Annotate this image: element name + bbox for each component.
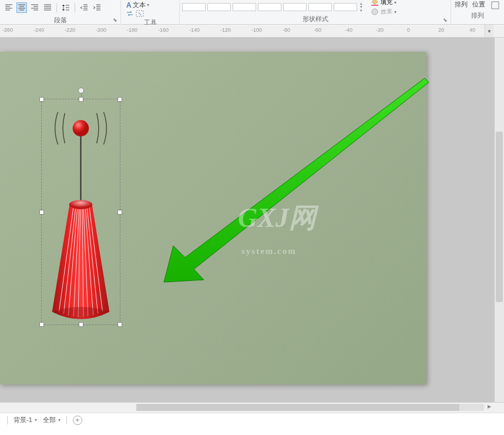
add-page-button[interactable]: + xyxy=(73,416,82,425)
paragraph-launcher-icon[interactable]: ⬊ xyxy=(113,17,119,23)
edit-icon xyxy=(490,0,500,11)
all-pages-label: 全部 xyxy=(43,416,56,424)
watermark-main: GXJ网 xyxy=(238,203,316,233)
svg-point-5 xyxy=(73,120,89,136)
ruler-scroll-icon[interactable]: ▼ xyxy=(485,25,493,38)
chevron-down-icon: ▾ xyxy=(58,417,61,423)
ruler-tick: -120 xyxy=(220,27,231,33)
selected-shape-antenna[interactable] xyxy=(41,99,120,325)
scroll-right-icon[interactable]: ▶ xyxy=(485,404,493,411)
shape-styles-group-label: 形状样式 xyxy=(180,14,451,24)
svg-rect-1 xyxy=(371,5,378,6)
chevron-down-icon: ▾ xyxy=(147,2,149,8)
watermark: GXJ网 system.com xyxy=(238,205,316,259)
ruler-tick: -100 xyxy=(251,27,262,33)
text-a-icon: A xyxy=(126,1,132,9)
separator xyxy=(7,416,8,424)
scrollbar-thumb[interactable] xyxy=(496,132,503,302)
ruler-tick: -200 xyxy=(96,27,106,33)
fill-bucket-icon xyxy=(371,0,379,6)
shape-preset[interactable] xyxy=(258,3,281,11)
shape-preset[interactable] xyxy=(207,3,231,11)
svg-point-16 xyxy=(69,200,92,209)
text-tool-label: 文本 xyxy=(133,1,146,9)
fill-button[interactable]: 填充 ▾ xyxy=(371,0,397,7)
indent-decrease-icon[interactable] xyxy=(79,2,89,13)
shape-preset[interactable] xyxy=(283,3,307,11)
chevron-down-icon: ▾ xyxy=(35,417,37,423)
select-icon[interactable] xyxy=(136,10,144,17)
ruler-tick: -20 xyxy=(376,27,384,33)
tools-group: A 文本 ▾ 工具 xyxy=(121,0,180,25)
background-tab[interactable]: 背景-1 ▾ xyxy=(14,416,37,424)
plus-icon: + xyxy=(75,416,79,424)
shape-styles-group: ▴ ▾ ▾ 填充 ▾ 效果 ▾ xyxy=(180,0,451,25)
canvas-workspace[interactable]: GXJ网 system.com xyxy=(0,38,504,402)
shape-style-gallery[interactable]: ▴ ▾ ▾ xyxy=(180,1,368,13)
antenna-tower-svg xyxy=(42,99,120,324)
ruler-tick: -180 xyxy=(127,27,137,33)
shape-styles-launcher-icon[interactable]: ⬊ xyxy=(443,17,449,23)
ruler-tick: -140 xyxy=(189,27,200,33)
vertical-scrollbar[interactable] xyxy=(495,38,504,402)
scrollbar-thumb[interactable] xyxy=(136,404,459,411)
separator xyxy=(66,416,67,424)
ruler-tick: 20 xyxy=(438,27,444,33)
ruler-tick: -40 xyxy=(345,27,352,33)
ruler-tick: -60 xyxy=(314,27,321,33)
horizontal-scrollbar-row: ▶ xyxy=(0,402,504,413)
arrange-position-label: 位置 xyxy=(472,0,485,9)
ribbon-toolbar: 段落 ⬊ A 文本 ▾ 工具 xyxy=(0,0,504,25)
fill-label: 填充 xyxy=(381,0,392,6)
horizontal-ruler: ▼ -260-240-220-200-180-160-140-120-100-8… xyxy=(0,25,504,38)
shape-preset[interactable] xyxy=(233,3,256,11)
all-pages-button[interactable]: 全部 ▾ xyxy=(43,416,61,424)
slide-canvas[interactable]: GXJ网 system.com xyxy=(0,52,426,384)
background-tab-label: 背景-1 xyxy=(14,416,32,424)
arrange-group-label: 排列 xyxy=(451,11,504,20)
align-center-icon[interactable] xyxy=(16,2,27,13)
align-left-icon[interactable] xyxy=(4,2,14,13)
ruler-tick: 0 xyxy=(407,27,410,33)
paragraph-group-label: 段落 xyxy=(0,15,120,25)
ruler-tick: -220 xyxy=(65,27,75,33)
watermark-sub: system.com xyxy=(241,246,297,256)
ruler-tick: -260 xyxy=(2,27,13,33)
sheet-tabs-row: 背景-1 ▾ 全部 ▾ + xyxy=(0,413,504,427)
paragraph-group: 段落 ⬊ xyxy=(0,0,121,25)
divider xyxy=(75,3,75,12)
arrange-edit-button[interactable] xyxy=(490,0,500,11)
line-spacing-icon[interactable] xyxy=(61,2,71,13)
arrange-pailei-label: 排列 xyxy=(455,0,468,9)
horizontal-scrollbar[interactable] xyxy=(136,404,484,411)
ruler-tick: -80 xyxy=(283,27,290,33)
shape-preset[interactable] xyxy=(308,3,332,11)
ruler-tick: 40 xyxy=(469,27,475,33)
ruler-tick: -240 xyxy=(33,27,44,33)
chevron-down-icon: ▾ xyxy=(394,0,397,5)
arrange-pailei-button[interactable]: 排列 xyxy=(455,0,468,9)
annotation-arrow xyxy=(162,75,432,287)
ruler-tick: -160 xyxy=(158,27,169,33)
align-right-icon[interactable] xyxy=(29,2,40,13)
gallery-more-icon[interactable]: ▾ xyxy=(360,9,366,12)
text-tool-button[interactable]: A 文本 ▾ xyxy=(125,0,151,10)
convert-icon[interactable] xyxy=(126,11,133,16)
shape-preset[interactable] xyxy=(182,3,206,11)
indent-increase-icon[interactable] xyxy=(92,2,102,13)
divider xyxy=(56,3,57,12)
rotation-handle[interactable] xyxy=(78,88,84,93)
arrange-position-button[interactable]: 位置 xyxy=(472,0,485,9)
svg-rect-3 xyxy=(492,2,499,9)
shape-preset[interactable] xyxy=(334,3,357,11)
arrange-group: 排列 位置 排列 xyxy=(451,0,504,25)
justify-icon[interactable] xyxy=(42,2,53,13)
